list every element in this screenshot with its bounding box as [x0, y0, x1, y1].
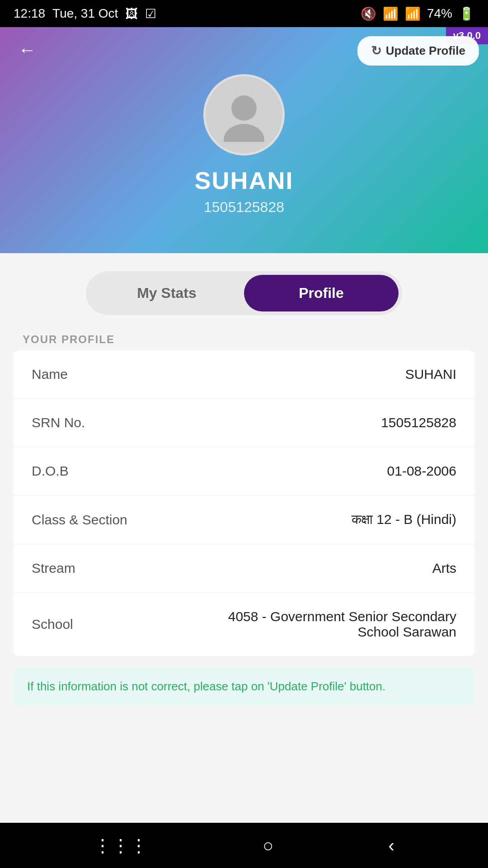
- profile-row-school: School 4058 - Government Senior Secondar…: [14, 593, 474, 656]
- content-area: My Stats Profile YOUR PROFILE Name SUHAN…: [0, 271, 488, 868]
- status-date: Tue, 31 Oct: [52, 6, 118, 21]
- status-bar: 12:18 Tue, 31 Oct 🖼 ☑ 🔇 📶 📶 74% 🔋: [0, 0, 488, 27]
- profile-row-srn: SRN No. 1505125828: [14, 399, 474, 447]
- label-class: Class & Section: [32, 512, 127, 528]
- value-school: 4058 - Government Senior Secondary Schoo…: [202, 609, 456, 640]
- svg-point-0: [231, 95, 257, 121]
- value-stream: Arts: [432, 561, 456, 576]
- battery-text: 74%: [427, 6, 452, 21]
- user-phone: 1505125828: [204, 199, 284, 216]
- profile-row-dob: D.O.B 01-08-2006: [14, 447, 474, 495]
- avatar: [203, 74, 285, 156]
- mute-icon: 🔇: [361, 6, 376, 21]
- value-srn: 1505125828: [381, 415, 456, 430]
- back-button[interactable]: ←: [14, 36, 41, 63]
- user-name: SUHANI: [194, 166, 293, 194]
- battery-icon: 🔋: [459, 6, 474, 21]
- status-right: 🔇 📶 📶 74% 🔋: [361, 6, 474, 21]
- value-class: कक्षा 12 - B (Hindi): [352, 512, 456, 528]
- refresh-icon: ↻: [371, 43, 381, 58]
- profile-row-name: Name SUHANI: [14, 350, 474, 399]
- status-left: 12:18 Tue, 31 Oct 🖼 ☑: [14, 6, 156, 21]
- update-profile-button[interactable]: ↻ Update Profile: [357, 36, 479, 66]
- wifi-icon: 📶: [383, 6, 399, 21]
- bottom-nav: ⋮⋮⋮ ○ ‹: [0, 823, 488, 868]
- label-srn: SRN No.: [32, 415, 85, 430]
- label-name: Name: [32, 367, 68, 382]
- svg-point-1: [224, 124, 264, 142]
- back-arrow-icon: ←: [18, 40, 36, 60]
- value-dob: 01-08-2006: [387, 463, 456, 479]
- label-dob: D.O.B: [32, 463, 69, 479]
- nav-apps-icon[interactable]: ⋮⋮⋮: [94, 835, 148, 856]
- label-school: School: [32, 617, 73, 632]
- tab-switcher: My Stats Profile: [86, 271, 402, 315]
- avatar-svg: [217, 88, 271, 142]
- section-label: YOUR PROFILE: [0, 333, 488, 346]
- status-time: 12:18: [14, 6, 45, 21]
- tab-my-stats[interactable]: My Stats: [89, 275, 244, 311]
- profile-card: Name SUHANI SRN No. 1505125828 D.O.B 01-…: [14, 350, 474, 656]
- update-profile-label: Update Profile: [386, 44, 465, 58]
- checkbox-icon: ☑: [145, 6, 156, 21]
- tab-profile[interactable]: Profile: [244, 275, 399, 311]
- nav-home-icon[interactable]: ○: [263, 835, 273, 856]
- header-banner: v3.0.0 ← ↻ Update Profile SUHANI 1505125…: [0, 27, 488, 253]
- label-stream: Stream: [32, 561, 75, 576]
- nav-back-icon[interactable]: ‹: [389, 835, 394, 856]
- signal-icon: 📶: [405, 6, 421, 21]
- value-name: SUHANI: [405, 367, 456, 382]
- profile-row-stream: Stream Arts: [14, 544, 474, 593]
- photo-icon: 🖼: [125, 6, 138, 21]
- profile-row-class: Class & Section कक्षा 12 - B (Hindi): [14, 495, 474, 544]
- info-message: If this information is not correct, plea…: [14, 667, 474, 706]
- info-text: If this information is not correct, plea…: [27, 679, 385, 693]
